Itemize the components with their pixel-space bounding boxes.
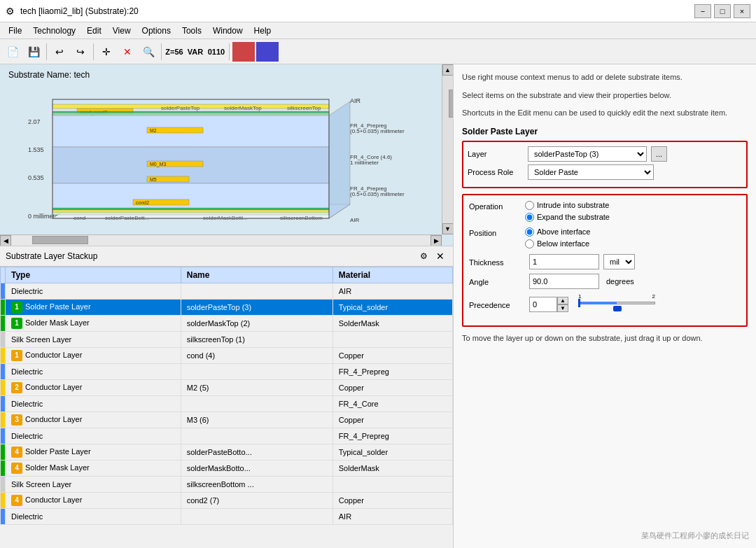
stackup-header-controls: ⚙ ✕ [416, 249, 447, 263]
scroll-down-button[interactable]: ▼ [442, 223, 454, 234]
info-text-2: Select items on the substrate and view t… [462, 90, 748, 102]
scroll-left-button[interactable]: ◀ [0, 235, 11, 246]
row-indicator [1, 348, 6, 364]
close-button[interactable]: × [734, 4, 750, 18]
table-row[interactable]: 2Conductor LayerM2 (5)Copper [1, 380, 453, 396]
precedence-slider[interactable]: 1 2 [578, 293, 655, 316]
menu-file[interactable]: File [3, 24, 27, 37]
row-name: silkscreenTop (1) [181, 332, 332, 348]
operation-option-0[interactable]: Intrude into substrate [525, 201, 610, 210]
slider-thumb[interactable] [613, 306, 622, 311]
row-material: Copper [332, 493, 452, 509]
row-name: solderMaskBotto... [181, 461, 332, 477]
table-row[interactable]: 3Conductor LayerM3 (6)Copper [1, 412, 453, 428]
settings-icon[interactable]: ⚙ [416, 249, 430, 263]
menu-tools[interactable]: Tools [176, 24, 207, 37]
canvas-scroll-vertical[interactable]: ▲ ▼ [442, 64, 453, 234]
position-options: Above interface Below interface [525, 227, 590, 248]
table-row[interactable]: 4Solder Paste LayersolderPasteBotto...Ty… [1, 444, 453, 461]
move-button[interactable]: ✛ [97, 42, 116, 62]
thickness-label: Thickness [469, 257, 525, 267]
menu-window[interactable]: Window [207, 24, 248, 37]
row-name: silkscreenBottom ... [181, 477, 332, 493]
layer-btn-2[interactable] [256, 42, 279, 62]
position-radio-1[interactable] [525, 239, 534, 248]
table-row[interactable]: DielectricAIR [1, 509, 453, 525]
precedence-row: Precedence ▲ ▼ 1 2 [469, 293, 741, 316]
menu-technology[interactable]: Technology [27, 24, 81, 37]
row-type: 1Conductor Layer [6, 348, 181, 364]
table-row[interactable]: Silk Screen LayersilkscreenTop (1) [1, 332, 453, 348]
position-label: Position [469, 227, 525, 237]
scroll-right-button[interactable]: ▶ [430, 235, 442, 246]
scroll-up-button[interactable]: ▲ [442, 64, 454, 76]
row-material: SolderMask [332, 461, 452, 477]
canvas-scroll-horizontal[interactable]: ◀ ▶ [0, 234, 442, 246]
position-radio-0[interactable] [525, 227, 534, 237]
thickness-input[interactable] [529, 254, 599, 269]
var-button[interactable]: VAR [186, 42, 205, 62]
row-material: Typical_solder [332, 300, 452, 316]
position-option-0[interactable]: Above interface [525, 227, 590, 237]
table-row[interactable]: DielectricFR_4_Prepreg [1, 428, 453, 444]
row-indicator [1, 444, 6, 461]
toolbar-sep-2 [93, 43, 94, 60]
menu-bar: File Technology Edit View Options Tools … [0, 22, 756, 39]
search-button[interactable]: 🔍 [139, 42, 158, 62]
spinbox-down-button[interactable]: ▼ [557, 304, 568, 312]
row-indicator [1, 509, 6, 525]
row-type: 4Solder Paste Layer [6, 444, 181, 461]
operation-options: Intrude into substrate Expand the substr… [525, 201, 610, 222]
menu-help[interactable]: Help [248, 24, 277, 37]
bin-button[interactable]: 0110 [206, 42, 226, 62]
angle-label: Angle [469, 276, 525, 286]
close-panel-button[interactable]: ✕ [433, 249, 447, 263]
row-indicator [1, 283, 6, 300]
info-text-1: Use right mouse context menus to add or … [462, 71, 748, 84]
menu-edit[interactable]: Edit [81, 24, 107, 37]
operation-radio-1[interactable] [525, 213, 534, 222]
table-row[interactable]: 4Solder Mask LayersolderMaskBotto...Sold… [1, 461, 453, 477]
new-button[interactable]: 📄 [3, 42, 22, 62]
undo-button[interactable]: ↩ [50, 42, 69, 62]
process-role-select[interactable]: Solder Paste [528, 164, 654, 180]
angle-input[interactable] [529, 274, 599, 289]
maximize-button[interactable]: □ [714, 4, 731, 18]
layer-browse-button[interactable]: ... [651, 146, 667, 162]
operation-radio-0[interactable] [525, 201, 534, 210]
row-name: M2 (5) [181, 380, 332, 396]
main-layout: Substrate Name: tech 0 millimeters 0.535… [0, 64, 756, 548]
precedence-input[interactable] [529, 297, 557, 312]
row-indicator [1, 428, 6, 444]
table-row[interactable]: Silk Screen LayersilkscreenBottom ... [1, 477, 453, 493]
position-option-1[interactable]: Below interface [525, 239, 590, 248]
svg-rect-30 [52, 183, 329, 211]
table-row[interactable]: DielectricFR_4_Core [1, 396, 453, 412]
table-row[interactable]: 1Conductor Layercond (4)Copper [1, 348, 453, 364]
table-row[interactable]: 1Solder Paste LayersolderPasteTop (3)Typ… [1, 300, 453, 316]
precedence-label: Precedence [469, 300, 525, 309]
layer-select[interactable]: solderPasteTop (3) [528, 146, 647, 162]
table-row[interactable]: 1Solder Mask LayersolderMaskTop (2)Solde… [1, 316, 453, 332]
row-name [181, 428, 332, 444]
menu-options[interactable]: Options [136, 24, 176, 37]
grid-button[interactable]: Z=56 [164, 42, 184, 62]
redo-button[interactable]: ↪ [71, 42, 90, 62]
layer-btn-1[interactable] [232, 42, 255, 62]
info-text-3: Shortcuts in the Edit menu can be used t… [462, 107, 748, 120]
table-row[interactable]: DielectricFR_4_Prepreg [1, 364, 453, 380]
svg-text:solderPasteTop: solderPasteTop [161, 105, 200, 111]
cross-button[interactable]: ✕ [118, 42, 137, 62]
spinbox-up-button[interactable]: ▲ [557, 297, 568, 304]
thickness-unit-select[interactable]: mil [603, 254, 635, 269]
slider-fill [578, 302, 617, 304]
row-type: 2Conductor Layer [6, 380, 181, 396]
table-row[interactable]: 4Conductor Layercond2 (7)Copper [1, 493, 453, 509]
operation-option-1[interactable]: Expand the substrate [525, 213, 610, 222]
save-button[interactable]: 💾 [24, 42, 43, 62]
table-row[interactable]: DielectricAIR [1, 283, 453, 300]
slider-left-handle[interactable] [578, 299, 580, 307]
menu-view[interactable]: View [107, 24, 136, 37]
row-indicator [1, 396, 6, 412]
minimize-button[interactable]: − [694, 4, 711, 18]
